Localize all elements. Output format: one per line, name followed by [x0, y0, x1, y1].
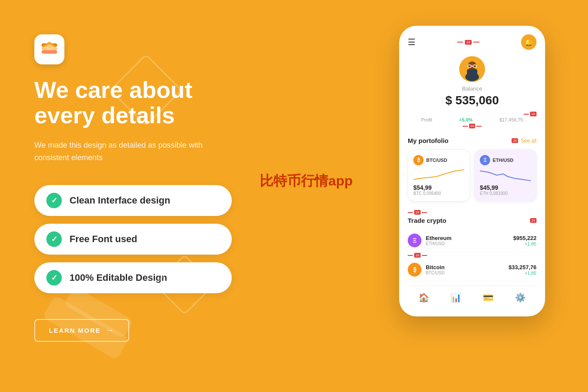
svg-rect-8 [467, 69, 477, 77]
logo-icon [40, 40, 59, 59]
home-icon: 🏠 [418, 292, 429, 303]
btc-icon: ₿ [413, 155, 424, 165]
btc-card: ₿ BTC/USD $54,99 BTC 0,095400 [408, 149, 470, 201]
portfolio-header: My portofolio 24 See all [408, 137, 536, 144]
eth-trade-icon: Ξ [408, 234, 421, 247]
btc-trade-icon: ₿ [408, 263, 421, 277]
svg-rect-2 [42, 50, 57, 54]
profit-label: Profit [421, 117, 432, 122]
logo-area [34, 34, 373, 64]
measure-tag-24d: 24 [530, 218, 536, 223]
eth-amount: ETH 0,083300 [480, 191, 531, 196]
eth-trade-price: $955,222 [513, 235, 536, 241]
portfolio-cards: ₿ BTC/USD $54,99 BTC 0,095400 [408, 149, 536, 201]
feature-label-1: Clean Interface design [70, 195, 170, 206]
eth-trade-pair: ETH/USD [426, 241, 513, 246]
measure-tag-16b: 16 [414, 253, 421, 258]
eth-trade-info: Ethereum ETH/USD [426, 235, 513, 246]
bottom-nav: 🏠 📊 💳 ⚙️ [408, 286, 536, 308]
profit-value: $17.456,75 [500, 117, 523, 122]
check-icon-1 [46, 193, 62, 208]
balance-amount: $ 535,060 [408, 94, 536, 107]
nav-chart[interactable]: 📊 [451, 292, 461, 304]
btc-amount: BTC 0,095400 [413, 191, 464, 196]
eth-header: Ξ ETH/USD [480, 155, 531, 165]
phone-screen: ☰ 24 🔔 [399, 26, 545, 316]
eth-trade-name: Ethereum [426, 235, 513, 241]
feature-label-3: 100% Editable Design [70, 272, 167, 283]
btc-pair: BTC/USD [426, 158, 447, 163]
btc-trade-price-info: $33,257,76 +1,85 [509, 264, 536, 276]
notification-icon[interactable]: 🔔 [521, 34, 536, 50]
btc-trade-pair: BTC/USD [426, 270, 509, 275]
menu-icon[interactable]: ☰ [408, 37, 415, 47]
measure-tag-24c: 24 [414, 210, 421, 215]
btc-chart [413, 169, 464, 182]
see-all-link[interactable]: See all [521, 138, 536, 144]
wallet-icon: 💳 [483, 292, 494, 303]
measure-tag-16: 16 [530, 112, 536, 116]
trade-header: Trade crypto 24 [408, 217, 536, 224]
settings-icon: ⚙️ [515, 292, 526, 303]
nav-home[interactable]: 🏠 [418, 292, 429, 304]
measure-tag-24b: 24 [512, 138, 518, 143]
eth-chart [480, 169, 531, 182]
measure-tag-24a: 24 [469, 124, 476, 128]
btc-trade-change: +1,85 [509, 270, 536, 276]
btc-trade-item: ₿ Bitcoin BTC/USD $33,257,76 +1,85 [408, 258, 536, 281]
right-section: ☰ 24 🔔 [391, 26, 554, 316]
eth-trade-price-info: $955,222 +1,85 [513, 235, 536, 246]
feature-item-2: Free Font used [34, 224, 232, 255]
check-icon-2 [46, 231, 62, 247]
eth-card: Ξ ETH/USD $45,99 ETH 0,083300 [474, 149, 536, 201]
balance-section: Balance $ 535,060 16 Profit +5,0% [408, 56, 536, 128]
nav-settings[interactable]: ⚙️ [515, 292, 526, 304]
logo-box [34, 34, 64, 64]
svg-point-6 [468, 61, 476, 70]
profit-pct: +5,0% [459, 117, 473, 122]
phone-top-bar: ☰ 24 🔔 [408, 34, 536, 50]
eth-trade-item: Ξ Ethereum ETH/USD $955,222 +1,85 [408, 229, 536, 252]
eth-pair: ETH/USD [493, 158, 513, 163]
feature-label-2: Free Font used [70, 234, 137, 245]
phone-mockup: ☰ 24 🔔 [399, 26, 545, 316]
trade-title: Trade crypto [408, 217, 446, 224]
btc-trade-name: Bitcoin [426, 264, 509, 270]
btc-price: $54,99 [413, 184, 464, 191]
user-avatar [459, 56, 485, 82]
nav-wallet[interactable]: 💳 [483, 292, 494, 304]
btc-trade-price: $33,257,76 [509, 264, 536, 270]
portfolio-title: My portofolio [408, 137, 449, 144]
eth-icon: Ξ [480, 155, 490, 165]
eth-trade-change: +1,85 [513, 241, 536, 246]
measure-tag-top: 24 [465, 40, 472, 45]
btc-trade-info: Bitcoin BTC/USD [426, 264, 509, 275]
balance-stats: Profit +5,0% $17.456,75 [408, 117, 536, 122]
trade-section: Trade crypto 24 Ξ Ethereum ETH/USD $955,… [408, 217, 536, 281]
balance-label: Balance [408, 85, 536, 92]
check-icon-3 [46, 270, 62, 286]
chart-icon: 📊 [451, 292, 461, 303]
eth-price: $45,99 [480, 184, 531, 191]
feature-item-1: Clean Interface design [34, 185, 232, 216]
btc-header: ₿ BTC/USD [413, 155, 464, 165]
subtitle-text: We made this design as detailed as possi… [34, 139, 215, 164]
